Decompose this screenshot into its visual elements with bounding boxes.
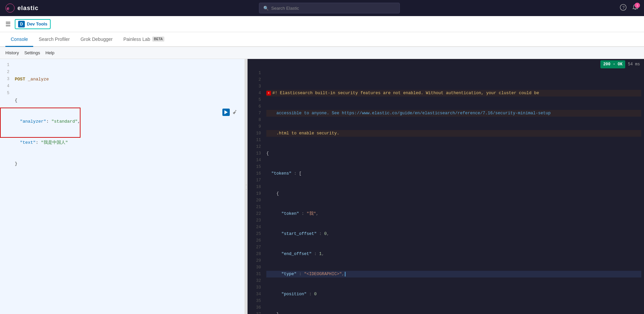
app-name-label: Dev Tools xyxy=(27,21,47,26)
search-icon: 🔍 xyxy=(263,6,269,11)
svg-text:e: e xyxy=(7,6,9,11)
beta-badge: BETA xyxy=(152,37,164,42)
settings-button[interactable]: Settings xyxy=(24,50,40,55)
logo-text: elastic xyxy=(17,5,39,12)
play-icon xyxy=(224,110,228,114)
wrench-icon xyxy=(232,110,237,115)
app-label[interactable]: D Dev Tools xyxy=(15,19,51,29)
close-warning-button[interactable]: ✕ xyxy=(266,91,271,96)
tab-painless-lab-label: Painless Lab xyxy=(123,37,150,42)
output-line-8: "type" : "<IDEOGRAPHIC>", xyxy=(266,271,641,277)
wrench-button[interactable] xyxy=(231,109,238,116)
search-placeholder: Search Elastic xyxy=(271,6,299,11)
help-button[interactable]: Help xyxy=(45,50,54,55)
time-badge: 54 ms xyxy=(628,61,640,68)
output-line-9: "position" : 0 xyxy=(266,291,641,298)
output-line-4: { xyxy=(266,190,641,197)
output-line-6: "start_offset" : 0, xyxy=(266,231,641,237)
secondbar: ☰ D Dev Tools xyxy=(0,16,644,32)
line-numbers: 1 2 3 4 5 xyxy=(0,60,12,313)
hamburger-button[interactable]: ☰ xyxy=(5,20,11,28)
svg-text:?: ? xyxy=(623,5,625,10)
alerts-icon-container[interactable]: 1 xyxy=(632,4,639,12)
tab-grok-debugger-label: Grok Debugger xyxy=(80,37,113,42)
output-line-10: }, xyxy=(266,311,641,314)
output-line-3: "tokens" : [ xyxy=(266,170,641,177)
logo-area: e elastic xyxy=(5,3,39,13)
output-line-2: { xyxy=(266,150,641,157)
output-line-7: "end_offset" : 1, xyxy=(266,251,641,257)
tab-search-profiler-label: Search Profiler xyxy=(39,37,70,42)
output-body: 1 2 3 4 5 6 7 8 9 10 11 12 13 14 15 16 1… xyxy=(248,70,644,314)
search-bar-container: 🔍 Search Elastic xyxy=(43,3,616,13)
output-line-numbers: 1 2 3 4 5 6 7 8 9 10 11 12 13 14 15 16 1… xyxy=(248,70,264,314)
execute-button[interactable] xyxy=(222,109,230,116)
tab-grok-debugger[interactable]: Grok Debugger xyxy=(75,32,118,47)
code-editor[interactable]: 1 2 3 4 5 POST _analyze { "analyzer": "s… xyxy=(0,59,245,314)
warning-line-3: .html to enable security. xyxy=(266,130,641,137)
alerts-badge: 1 xyxy=(635,3,640,8)
status-badge: 200 - OK xyxy=(600,60,625,68)
toolbar: History Settings Help xyxy=(0,47,644,59)
warning-line-1: ✕ #! Elasticsearch built-in security fea… xyxy=(266,90,641,97)
tab-painless-lab[interactable]: Painless Lab BETA xyxy=(118,32,170,47)
topbar-right: ? 1 xyxy=(620,4,639,12)
hamburger-icon: ☰ xyxy=(5,21,11,27)
output-code: ✕ #! Elasticsearch built-in security fea… xyxy=(264,70,644,314)
search-bar[interactable]: 🔍 Search Elastic xyxy=(259,3,400,13)
help-icon[interactable]: ? xyxy=(620,4,627,12)
main-content: 1 2 3 4 5 POST _analyze { "analyzer": "s… xyxy=(0,59,644,314)
code-content[interactable]: POST _analyze { "analyzer": "standard", … xyxy=(12,60,245,313)
svg-marker-4 xyxy=(224,110,228,114)
editor-panel: 1 2 3 4 5 POST _analyze { "analyzer": "s… xyxy=(0,59,245,314)
tab-console-label: Console xyxy=(11,37,28,42)
output-panel: 200 - OK 54 ms 1 2 3 4 5 6 7 8 9 10 11 1… xyxy=(248,59,644,314)
tab-search-profiler[interactable]: Search Profiler xyxy=(33,32,75,47)
history-button[interactable]: History xyxy=(5,50,19,55)
warning-line-2: accessible to anyone. See https://www.el… xyxy=(266,110,641,117)
panel-divider[interactable]: ⋮⋮ xyxy=(245,59,248,314)
output-line-5: "token" : "我", xyxy=(266,210,641,217)
help-circle-icon: ? xyxy=(620,4,627,11)
tabbar: Console Search Profiler Grok Debugger Pa… xyxy=(0,32,644,47)
app-letter-badge: D xyxy=(18,21,25,27)
elastic-logo-icon: e xyxy=(5,3,15,13)
tab-console[interactable]: Console xyxy=(5,32,33,47)
output-header: 200 - OK 54 ms xyxy=(248,59,644,70)
topbar: e elastic 🔍 Search Elastic ? 1 xyxy=(0,0,644,16)
